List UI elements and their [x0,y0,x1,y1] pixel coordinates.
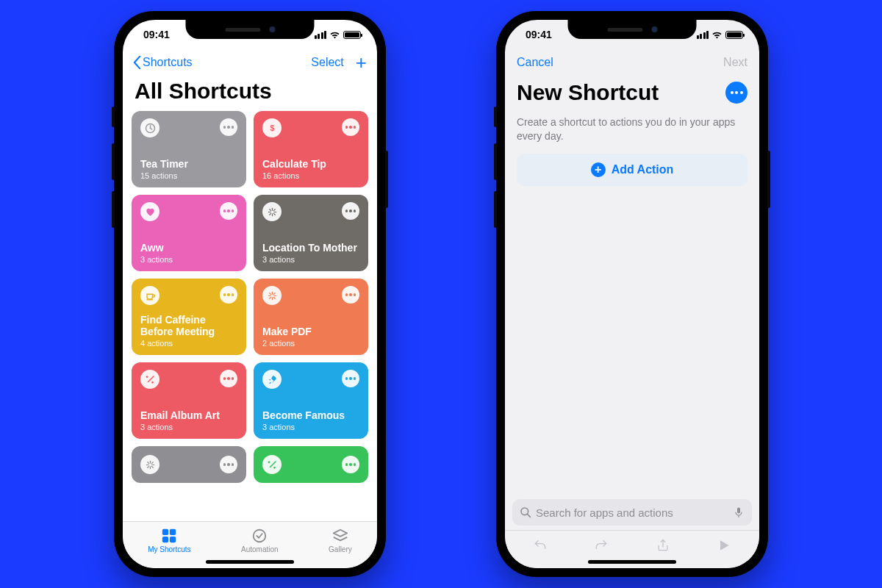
card-title: Tea Timer [140,158,237,170]
nav-bar: Cancel Next [505,49,759,76]
svg-line-8 [273,209,275,210]
plus-circle-icon: + [591,162,606,177]
svg-line-32 [270,462,276,467]
search-placeholder: Search for apps and actions [536,506,728,519]
rocket-icon [262,370,282,389]
wand-icon [140,370,159,389]
page-title: All Shortcuts [123,76,377,111]
svg-line-9 [269,213,270,215]
card-more-button[interactable] [220,118,237,136]
card-more-button[interactable] [342,118,359,136]
signal-icon [697,31,709,39]
wifi-icon [329,31,340,39]
shortcut-card[interactable]: Tea Timer15 actions [132,111,246,187]
svg-rect-44 [737,508,740,514]
svg-line-31 [147,466,148,467]
svg-line-29 [151,466,153,467]
grid-icon [161,528,177,544]
screen-new-shortcut: 09:41 Cancel Next New Shortcut Create a … [505,20,759,568]
battery-icon [725,31,743,39]
signal-icon [315,31,327,39]
card-more-button[interactable] [342,456,359,473]
add-button[interactable]: + [356,53,367,72]
card-title: Calculate Tip [262,158,359,170]
search-icon [520,506,531,518]
shortcut-card[interactable]: Email Album Art3 actions [132,362,246,439]
status-time: 09:41 [139,29,170,40]
description-text: Create a shortcut to actions you do in y… [505,110,759,154]
sparkle-icon [262,286,282,305]
undo-icon [533,538,548,553]
tab-automation[interactable]: Automation [241,528,279,553]
cancel-button[interactable]: Cancel [517,56,553,69]
svg-line-19 [148,376,154,382]
svg-line-43 [527,514,530,517]
tab-label: My Shortcuts [148,545,190,553]
shortcut-card[interactable]: $Calculate Tip16 actions [254,111,368,187]
tab-label: Automation [241,545,279,553]
search-field[interactable]: Search for apps and actions [512,499,752,526]
home-indicator[interactable] [206,560,294,564]
clock-check-icon [251,528,268,544]
shortcut-card[interactable]: Find Caffeine Before Meeting4 actions [132,279,246,355]
card-more-button[interactable] [220,370,237,387]
svg-line-15 [269,293,270,294]
shortcut-card[interactable] [254,446,368,483]
phone-frame-right: 09:41 Cancel Next New Shortcut Create a … [496,11,768,577]
card-title: Aww [140,242,237,254]
card-title: Find Caffeine Before Meeting [140,314,237,337]
tab-label: Gallery [329,545,352,553]
svg-rect-10 [146,299,153,301]
notch [186,20,315,39]
heart-icon [140,202,159,221]
redo-button[interactable] [591,535,612,556]
phone-frame-left: 09:41 Shortcuts Select + All Shortcuts T… [114,11,386,577]
card-subtitle: 2 actions [262,339,359,348]
back-button[interactable]: Shortcuts [133,56,193,69]
select-button[interactable]: Select [311,56,343,69]
undo-button[interactable] [530,535,551,556]
shortcut-card[interactable] [132,446,246,483]
next-button[interactable]: Next [723,56,747,69]
stack-icon [332,528,348,544]
add-action-button[interactable]: + Add Action [517,154,747,186]
svg-line-16 [273,297,275,298]
home-indicator[interactable] [588,560,676,564]
svg-text:$: $ [270,123,274,132]
card-title: Location To Mother [262,242,359,254]
card-more-button[interactable] [342,286,359,304]
status-time: 09:41 [521,29,552,40]
svg-line-17 [273,293,275,294]
redo-icon [594,538,609,553]
chevron-left-icon [133,56,141,69]
svg-line-18 [269,297,270,298]
svg-line-28 [147,462,148,463]
dollar-icon: $ [262,118,282,137]
card-more-button[interactable] [342,370,359,387]
shortcuts-grid[interactable]: Tea Timer15 actions$Calculate Tip16 acti… [123,111,377,521]
card-subtitle: 3 actions [262,423,359,431]
card-subtitle: 4 actions [140,339,237,348]
more-button[interactable] [725,82,747,104]
shortcut-card[interactable]: Location To Mother3 actions [254,195,368,271]
mic-icon[interactable] [733,506,745,518]
shortcut-card[interactable]: Aww3 actions [132,195,246,271]
wand-icon [262,455,282,474]
cup-icon [140,286,159,305]
card-more-button[interactable] [220,202,237,220]
share-button[interactable] [653,535,673,556]
battery-icon [343,31,361,39]
tab-gallery[interactable]: Gallery [329,528,352,553]
shortcut-card[interactable]: Make PDF2 actions [254,279,368,355]
card-title: Email Album Art [140,409,237,421]
card-more-button[interactable] [342,202,359,220]
share-icon [656,538,670,553]
svg-rect-40 [170,537,176,542]
svg-rect-38 [170,529,176,535]
tab-my-shortcuts[interactable]: My Shortcuts [148,528,190,553]
play-button[interactable] [714,535,734,556]
clock-icon [140,118,159,137]
card-more-button[interactable] [220,456,237,473]
shortcut-card[interactable]: Become Famous3 actions [254,362,368,439]
card-more-button[interactable] [220,286,237,304]
